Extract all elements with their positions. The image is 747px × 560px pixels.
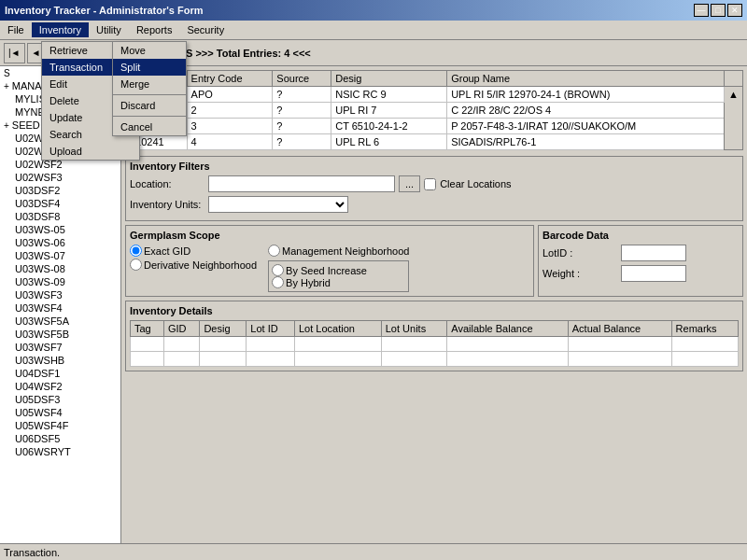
hybrid-radio-label[interactable]: By Hybrid	[272, 276, 405, 288]
sidebar-item-u03dsf4[interactable]: U03DSF4	[0, 197, 120, 210]
sidebar-item-u05wsf4[interactable]: U05WSF4	[0, 406, 120, 419]
window-title: Inventory Tracker - Administrator's Form	[5, 5, 204, 16]
weight-label: Weight :	[543, 268, 617, 279]
detail-cell-actual-balance	[568, 337, 671, 352]
derivative-radio-label[interactable]: Derivative Neighborhood	[130, 259, 257, 271]
sidebar-item-u03dsf2[interactable]: U03DSF2	[0, 184, 120, 197]
scope-barcode-row: Germplasm Scope Exact GID Derivative Nei…	[125, 225, 743, 297]
col-desig: Desig	[331, 71, 447, 87]
detail-cell-remarks	[671, 337, 738, 352]
submenu-merge[interactable]: Merge	[113, 76, 186, 92]
upload-label: Upload	[49, 146, 82, 157]
detail-col-gid: GID	[163, 321, 199, 337]
sidebar-item-u03wshb[interactable]: U03WSHB	[0, 354, 120, 367]
management-expand-icon: +	[4, 81, 9, 91]
nav-first-button[interactable]: |◄	[4, 43, 25, 63]
location-input[interactable]	[208, 175, 395, 192]
detail-cell-gid	[163, 337, 199, 352]
location-label: Location:	[130, 178, 204, 189]
derivative-label: Derivative Neighborhood	[144, 259, 257, 271]
detail-cell	[131, 352, 164, 367]
sidebar-item-u02wsf3[interactable]: U02WSF3	[0, 171, 120, 184]
menu-security[interactable]: Security	[179, 22, 232, 37]
submenu-move[interactable]: Move	[113, 42, 186, 59]
menu-bar: File Inventory Utility Reports Security	[0, 21, 747, 40]
sidebar-item-u05dsf3[interactable]: U05DSF3	[0, 393, 120, 406]
management-radio[interactable]	[268, 245, 280, 257]
sidebar-item-u03wsf3[interactable]: U03WSF3	[0, 288, 120, 301]
detail-col-remarks: Remarks	[671, 321, 738, 337]
menu-inventory[interactable]: Inventory	[32, 22, 89, 37]
sidebar-item-u03dsf8[interactable]: U03DSF8	[0, 210, 120, 223]
sidebar-item-u03ws-07[interactable]: U03WS-07	[0, 249, 120, 262]
submenu-discard[interactable]: Discard	[113, 97, 186, 114]
sidebar-item-u03wsf7[interactable]: U03WSF7	[0, 341, 120, 354]
inventory-details-title: Inventory Details	[130, 305, 739, 316]
sidebar-item-u03ws-06[interactable]: U03WS-06	[0, 236, 120, 249]
management-radio-label[interactable]: Management Neighborhood	[268, 245, 409, 257]
location-browse-button[interactable]: ...	[399, 175, 420, 192]
retrieve-label: Retrieve	[49, 45, 88, 56]
detail-col-lot-id: Lot ID	[247, 321, 295, 337]
sidebar-item-u03ws-05[interactable]: U03WS-05	[0, 223, 120, 236]
clear-locations-checkbox[interactable]	[424, 178, 436, 190]
transaction-submenu[interactable]: Move Split Merge Discard Cancel	[112, 41, 187, 136]
minimize-button[interactable]: —	[694, 4, 709, 17]
table-row[interactable]: 367004 2 ? UPL RI 7 C 22/IR 28/C 22/OS 4	[126, 103, 743, 119]
sidebar-item-u03wsf5b[interactable]: U03WSF5B	[0, 328, 120, 341]
submenu-split[interactable]: Split	[113, 59, 186, 76]
sidebar-item-u03ws-08[interactable]: U03WS-08	[0, 262, 120, 275]
maximize-button[interactable]: □	[711, 4, 726, 17]
inventory-units-select[interactable]	[208, 196, 348, 213]
detail-row[interactable]	[131, 352, 739, 367]
right-content: GID Entry Code Source Desig Group Name 2…	[121, 66, 747, 544]
close-button[interactable]: ✕	[727, 4, 742, 17]
detail-cell	[247, 352, 295, 367]
cell-source: ?	[273, 119, 331, 134]
exact-gid-radio-label[interactable]: Exact GID	[130, 245, 257, 257]
gid-radio-group: Exact GID Derivative Neighborhood	[130, 245, 257, 292]
table-row[interactable]: 510241 4 ? UPL RL 6 SIGADIS/RPL76-1	[126, 134, 743, 150]
cell-entry-code: 4	[187, 134, 273, 150]
sidebar-item-u03ws-09[interactable]: U03WS-09	[0, 275, 120, 288]
lot-id-input[interactable]	[621, 245, 686, 261]
hybrid-radio[interactable]	[272, 276, 284, 288]
cell-group: P 2057-F48-3-1/IRAT 120//SUAKOKO/M	[447, 119, 725, 134]
detail-col-desig: Desig	[200, 321, 247, 337]
weight-input[interactable]	[621, 265, 686, 282]
sidebar-item-u04wsf2[interactable]: U04WSF2	[0, 380, 120, 393]
col-source: Source	[273, 71, 331, 87]
detail-col-available-balance: Available Balance	[447, 321, 569, 337]
cell-desig: UPL RI 7	[331, 103, 447, 119]
derivative-radio[interactable]	[130, 259, 142, 271]
table-row[interactable]: 404133 3 ? CT 6510-24-1-2 P 2057-F48-3-1…	[126, 119, 743, 134]
inventory-details-table: Tag GID Desig Lot ID Lot Location Lot Un…	[130, 320, 739, 367]
seed-increase-radio[interactable]	[272, 264, 284, 276]
sidebar-item-u04dsf1[interactable]: U04DSF1	[0, 367, 120, 380]
cell-source: ?	[273, 134, 331, 150]
menu-upload[interactable]: Upload	[42, 143, 139, 160]
submenu-cancel[interactable]: Cancel	[113, 119, 186, 135]
menu-file[interactable]: File	[0, 22, 32, 37]
sidebar-item-u05wsf4f[interactable]: U05WSF4F	[0, 419, 120, 432]
seed-health-expand-icon: +	[4, 120, 9, 131]
menu-reports[interactable]: Reports	[129, 22, 180, 37]
sidebar-item-u03wsf4[interactable]: U03WSF4	[0, 301, 120, 315]
menu-utility[interactable]: Utility	[89, 22, 129, 37]
exact-gid-radio[interactable]	[130, 245, 142, 257]
hybrid-label: By Hybrid	[286, 277, 331, 288]
sidebar-item-u06dsf5[interactable]: U06DSF5	[0, 432, 120, 445]
detail-cell	[200, 352, 247, 367]
seed-increase-radio-label[interactable]: By Seed Increase	[272, 264, 405, 276]
detail-cell	[447, 352, 569, 367]
clear-locations-label: Clear Locations	[440, 178, 511, 189]
table-row[interactable]: 204538 APO ? NSIC RC 9 UPL RI 5/IR 12970…	[126, 87, 743, 103]
table-scrollbar[interactable]: ▲	[725, 87, 743, 150]
sidebar-item-u03wsf5a[interactable]: U03WSF5A	[0, 315, 120, 328]
transaction-label: Transaction	[49, 62, 103, 73]
sidebar-item-u06wsryt[interactable]: U06WSRYT	[0, 445, 120, 458]
detail-cell	[381, 352, 447, 367]
detail-cell	[163, 352, 199, 367]
inventory-units-row: Inventory Units:	[130, 196, 739, 213]
detail-row[interactable]	[131, 337, 739, 352]
